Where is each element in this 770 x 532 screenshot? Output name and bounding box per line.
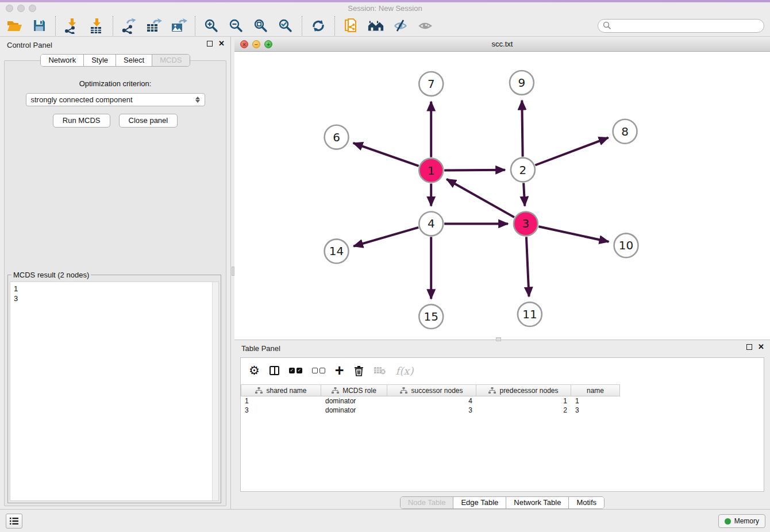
mcds-result-text: 1 3 <box>10 282 218 305</box>
result-scrollbar[interactable] <box>212 282 218 500</box>
svg-text:8: 8 <box>621 125 629 138</box>
column-header-predecessor-nodes[interactable]: predecessor nodes <box>476 385 571 396</box>
save-session-icon[interactable] <box>30 17 48 34</box>
open-session-icon[interactable] <box>6 17 23 34</box>
graph-node-6[interactable]: 6 <box>325 125 349 149</box>
control-panel-float-button[interactable] <box>207 41 213 47</box>
zoom-selected-icon[interactable] <box>277 17 294 34</box>
graph-node-3[interactable]: 3 <box>514 211 538 236</box>
run-mcds-button[interactable]: Run MCDS <box>53 114 110 128</box>
column-header-successor-nodes[interactable]: successor nodes <box>387 385 476 396</box>
delete-column-icon[interactable] <box>354 365 364 376</box>
hide-selected-icon[interactable] <box>392 17 409 34</box>
graph-node-8[interactable]: 8 <box>613 119 637 144</box>
column-header-name[interactable]: name <box>571 385 620 396</box>
close-panel-button[interactable]: Close panel <box>119 114 178 128</box>
cell-successor-nodes[interactable]: 3 <box>387 406 476 415</box>
graph-edge-1-6[interactable] <box>353 143 419 166</box>
graph-node-2[interactable]: 2 <box>511 158 535 182</box>
graph-node-10[interactable]: 10 <box>614 233 638 257</box>
deselect-all-columns-icon[interactable] <box>312 368 325 373</box>
search-input[interactable] <box>614 21 759 30</box>
cell-MCDS-role[interactable]: dominator <box>321 406 387 415</box>
horizontal-splitter-grip[interactable] <box>496 337 501 341</box>
tab-network[interactable]: Network <box>41 55 83 66</box>
memory-label: Memory <box>734 517 759 525</box>
network-window-title: scc.txt <box>234 40 770 48</box>
memory-button[interactable]: Memory <box>718 514 765 528</box>
svg-text:4: 4 <box>428 217 435 230</box>
graph-edge-3-10[interactable] <box>538 226 609 241</box>
export-network-icon[interactable] <box>121 17 138 34</box>
graph-node-7[interactable]: 7 <box>419 72 443 96</box>
graph-edge-3-11[interactable] <box>526 237 529 296</box>
network-window-titlebar[interactable]: × − + scc.txt <box>234 37 770 52</box>
import-table-icon[interactable] <box>88 17 105 34</box>
zoom-fit-icon[interactable] <box>252 17 270 34</box>
graph-node-9[interactable]: 9 <box>510 71 534 95</box>
table-panel-float-button[interactable] <box>746 344 752 350</box>
mcds-result-textarea[interactable]: 1 3 <box>10 282 219 501</box>
graph-edge-4-14[interactable] <box>353 228 418 246</box>
add-column-icon[interactable]: + <box>335 365 344 376</box>
export-table-icon[interactable] <box>145 17 163 34</box>
graph-node-15[interactable]: 15 <box>419 304 443 329</box>
cell-shared-name[interactable]: 3 <box>241 406 321 415</box>
tab-node-table[interactable]: Node Table <box>401 497 453 508</box>
show-all-icon[interactable] <box>417 17 434 34</box>
svg-text:9: 9 <box>518 76 526 90</box>
graph-edge-1-2[interactable] <box>444 170 505 171</box>
select-all-columns-icon[interactable]: ✓✓ <box>289 368 302 373</box>
cell-predecessor-nodes[interactable]: 2 <box>476 406 571 415</box>
new-network-from-file-icon[interactable] <box>342 17 360 34</box>
table-row[interactable]: 1dominator411 <box>241 397 764 406</box>
import-network-icon[interactable] <box>63 17 80 34</box>
tab-network-table[interactable]: Network Table <box>506 497 568 508</box>
svg-text:11: 11 <box>522 307 537 321</box>
first-neighbors-icon[interactable] <box>367 17 384 34</box>
zoom-out-icon[interactable] <box>228 17 245 34</box>
tab-edge-table[interactable]: Edge Table <box>453 497 506 508</box>
vertical-splitter[interactable] <box>230 37 234 509</box>
apply-layout-icon[interactable] <box>310 17 327 34</box>
table-panel-title: Table Panel <box>241 344 280 353</box>
graph-edge-2-9[interactable] <box>522 101 522 157</box>
cell-predecessor-nodes[interactable]: 1 <box>476 397 571 406</box>
graph-edge-2-3[interactable] <box>523 183 525 206</box>
column-type-icon <box>400 387 407 394</box>
export-image-icon[interactable] <box>170 17 187 34</box>
task-history-button[interactable] <box>6 514 22 529</box>
split-panel-icon[interactable] <box>270 366 279 375</box>
search-field[interactable] <box>598 19 764 33</box>
cell-MCDS-role[interactable]: dominator <box>321 397 387 406</box>
graph-node-14[interactable]: 14 <box>325 239 349 263</box>
zoom-in-icon[interactable] <box>203 17 220 34</box>
cell-shared-name[interactable]: 1 <box>241 397 321 406</box>
control-panel-tabs: NetworkStyleSelectMCDS <box>0 54 230 67</box>
column-header-MCDS-role[interactable]: MCDS role <box>321 385 387 396</box>
graph-node-1[interactable]: 1 <box>419 159 443 183</box>
table-row[interactable]: 3dominator323 <box>241 406 764 415</box>
graph-edge-2-8[interactable] <box>535 138 608 165</box>
cell-name[interactable]: 3 <box>571 406 620 415</box>
graph-node-11[interactable]: 11 <box>518 302 542 326</box>
table-panel: Table Panel ✕ ⚙ ✓✓ + <box>234 340 770 509</box>
table-body: 1dominator4113dominator323 <box>241 397 764 415</box>
control-panel-close-button[interactable]: ✕ <box>218 41 225 47</box>
table-panel-close-button[interactable]: ✕ <box>758 344 764 350</box>
tab-style[interactable]: Style <box>83 55 116 66</box>
network-canvas[interactable]: 1234678910111415 <box>234 52 770 340</box>
tab-select[interactable]: Select <box>116 55 152 66</box>
cell-name[interactable]: 1 <box>571 397 620 406</box>
mcds-panel: Optimization criterion: strongly connect… <box>4 60 226 506</box>
graph-edge-3-1[interactable] <box>446 179 514 217</box>
cell-successor-nodes[interactable]: 4 <box>387 397 476 406</box>
column-header-shared-name[interactable]: shared name <box>241 385 321 396</box>
table-settings-icon[interactable]: ⚙ <box>249 365 260 376</box>
tab-motifs[interactable]: Motifs <box>568 497 604 508</box>
mcds-result-title: MCDS result (2 nodes) <box>11 271 91 279</box>
graph-node-4[interactable]: 4 <box>419 211 443 236</box>
criterion-dropdown[interactable]: strongly connected component <box>26 93 205 106</box>
tab-mcds[interactable]: MCDS <box>152 55 189 66</box>
svg-text:2: 2 <box>519 163 527 177</box>
